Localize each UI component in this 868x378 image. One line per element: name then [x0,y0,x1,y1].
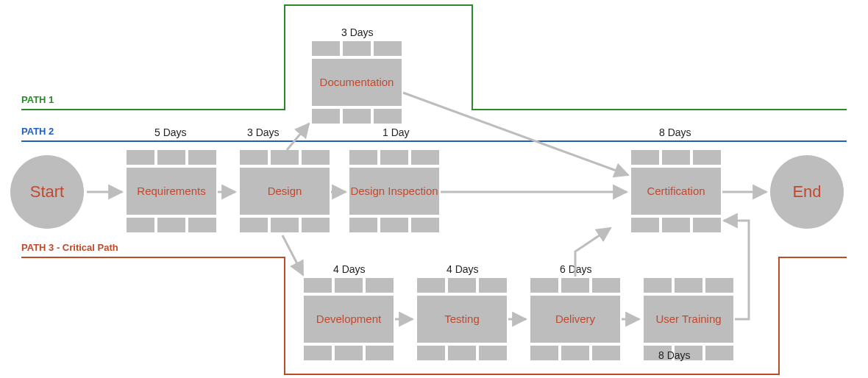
dur-training: 8 Days [658,349,691,361]
task-development: Development [304,278,394,360]
dur-documentation: 3 Days [341,26,374,38]
end-node: End [770,155,844,229]
task-delivery-label: Delivery [530,296,620,343]
task-development-label: Development [304,296,394,343]
arrow-design-doc [287,124,309,150]
task-training-label: User Training [644,296,733,343]
task-documentation: Documentation [312,41,402,124]
path1-seg-c [284,4,472,6]
task-inspection: Design Inspection [349,150,439,232]
path1-seg-d [472,4,473,110]
task-inspection-label: Design Inspection [349,168,439,215]
path2-line [21,140,847,142]
path1-seg-a [21,109,284,110]
dur-testing: 4 Days [447,263,479,275]
path2-label: PATH 2 [21,126,54,137]
path3-label: PATH 3 - Critical Path [21,242,118,253]
path3-seg-c [284,374,778,375]
start-label: Start [30,182,64,202]
task-design-label: Design [240,168,330,215]
task-certification-label: Certification [631,168,721,215]
dur-requirements: 5 Days [154,126,187,138]
task-design: Design [240,150,330,232]
dur-certification: 8 Days [659,126,691,138]
path1-label: PATH 1 [21,94,54,105]
dur-inspection: 1 Day [383,126,410,138]
dur-design: 3 Days [247,126,280,138]
path1-seg-e [472,109,847,110]
path3-seg-d [778,257,780,375]
task-requirements: Requirements [127,150,216,232]
task-documentation-label: Documentation [312,59,402,106]
task-testing-label: Testing [417,296,507,343]
task-testing: Testing [417,278,507,360]
end-label: End [792,182,821,202]
diagram-stage: PATH 1 PATH 2 PATH 3 - Critical Path Sta… [0,0,868,378]
arrow-design-dev [282,235,303,275]
start-node: Start [10,155,84,229]
task-requirements-label: Requirements [127,168,216,215]
task-training: User Training [644,278,733,360]
task-certification: Certification [631,150,721,232]
path3-seg-e [778,257,847,258]
dur-development: 4 Days [333,263,366,275]
path3-seg-a [21,257,284,258]
task-delivery: Delivery [530,278,620,360]
path1-seg-b [284,4,285,110]
path3-seg-b [284,257,285,374]
dur-delivery: 6 Days [560,263,592,275]
